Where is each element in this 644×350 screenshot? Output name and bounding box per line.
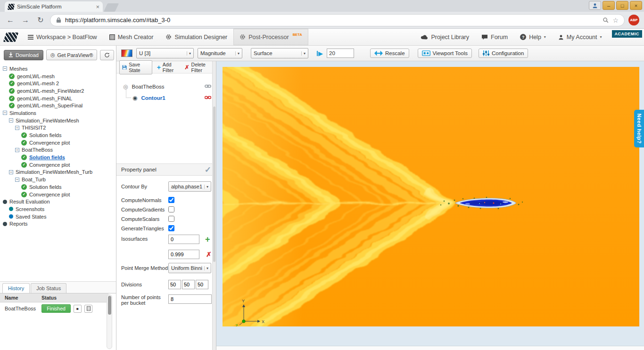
add-isosurface-button[interactable]: + [205,235,210,244]
divisions-z-input[interactable] [196,280,208,289]
tree-item[interactable]: −Simulation_FineWaterMesh [0,117,116,124]
collapse-minus-icon[interactable]: − [3,66,7,71]
points-per-bucket-input[interactable] [168,294,212,304]
adblock-badge[interactable]: ABP [628,15,639,25]
collapse-minus-icon[interactable]: − [9,170,13,174]
save-state-button[interactable]: Save State [119,60,152,74]
colormap-icon[interactable] [121,49,132,57]
url-bar[interactable]: https://platform.simscale.com/#tab_3-0 ☆ [50,14,625,26]
tree-item[interactable]: ✓geomLWL-mesh_FineWater2 [0,87,116,95]
stop-job-button[interactable]: ■ [74,305,82,313]
search-icon[interactable] [603,17,609,23]
render-view[interactable]: Y X Z [223,67,639,326]
nav-forum[interactable]: Forum [475,29,514,45]
unlink-icon[interactable] [205,95,211,101]
tree-item[interactable]: ✓geomLWL-mesh_FINAL [0,95,116,102]
contour-by-select[interactable]: alpha.phase1 ▾ [168,181,211,192]
configuration-button[interactable]: Configuration [479,49,528,58]
apply-button[interactable]: ✓ [205,165,211,175]
nav-my-account[interactable]: My Account ▾ [552,29,608,45]
maximize-icon[interactable]: □ [616,1,628,10]
computenormals-checkbox[interactable] [168,197,174,203]
tree-item[interactable]: Reports [0,220,116,228]
delete-filter-button[interactable]: ✗ Delete Filter [185,62,213,73]
refresh-button[interactable] [100,50,114,60]
filter-panel-scrollbar[interactable] [212,61,216,350]
tree-item[interactable]: ✓Convergence plot [0,161,116,169]
nav-help[interactable]: ? Help ▾ [514,29,552,45]
new-tab-button[interactable] [104,3,119,12]
isosurface-value-input[interactable] [168,250,199,259]
collapse-minus-icon[interactable]: − [9,118,13,122]
tree-item[interactable]: −Boat_Turb [0,176,116,183]
link-icon[interactable] [205,84,211,90]
tree-item[interactable]: −BoatTheBoss [0,147,116,154]
tree-item[interactable]: Screenshots [0,205,116,213]
job-log-button[interactable] [84,305,92,313]
rescale-button[interactable]: Rescale [370,49,409,58]
computescalars-checkbox[interactable] [168,216,174,222]
remove-isosurface-button[interactable]: ✗ [206,251,212,258]
tree-item[interactable]: ✓Convergence plot [0,191,116,198]
browser-tab[interactable]: SimScale Platform × [5,1,103,12]
field-select[interactable]: U [3] ▾ [136,48,194,58]
get-paraview-button[interactable]: ◎ Get ParaView® [46,49,97,60]
play-button[interactable]: ▶ [317,50,323,57]
minimize-icon[interactable]: – [603,1,615,10]
tab-history[interactable]: History [2,283,30,293]
visibility-eye-icon[interactable]: ◉ [132,95,137,101]
tree-item[interactable]: ✓Convergence plot [0,139,116,147]
tree-item[interactable]: −THISISIT2 [0,124,116,132]
close-icon[interactable]: × [630,1,642,10]
computegradients-checkbox[interactable] [168,206,174,212]
nav-mesh-creator[interactable]: Mesh Creator [103,29,160,45]
simscale-logo[interactable] [0,29,22,45]
isosurface-value-input[interactable] [168,235,199,244]
collapse-minus-icon[interactable]: − [15,178,19,182]
tree-item[interactable]: Saved States [0,213,116,220]
scrollbar-thumb[interactable] [108,296,111,315]
tree-item[interactable]: −Simulations [0,109,116,117]
tree-item-label: Meshes [9,66,28,72]
generatetriangles-checkbox[interactable] [168,225,174,231]
tree-item[interactable]: ✓geomLWL-mesh_SuperFinal [0,102,116,109]
pipeline-item[interactable]: ◎ BoatTheBoss [116,81,216,92]
nav-post-processor[interactable]: Post-Processor BETA [233,29,308,45]
url-text[interactable]: https://platform.simscale.com/#tab_3-0 [65,16,599,24]
reload-icon[interactable]: ↻ [35,16,46,24]
job-scrollbar[interactable] [107,294,112,349]
browser-profile-button[interactable] [589,1,601,10]
close-tab-icon[interactable]: × [96,3,99,10]
frame-input[interactable] [327,49,354,58]
tree-item[interactable]: Result Evaluation [0,198,116,205]
tree-item[interactable]: ✓geomLWL-mesh [0,73,116,80]
collapse-minus-icon[interactable]: − [15,126,19,130]
need-help-tab[interactable]: Need help? [634,110,644,147]
component-select[interactable]: Magnitude ▾ [198,48,242,58]
scrollbar-thumb[interactable] [213,106,215,262]
add-filter-button[interactable]: + Add Filter [157,62,180,73]
back-icon[interactable]: ← [5,16,16,24]
tree-item[interactable]: ✓geomLWL-mesh 2 [0,80,116,87]
divisions-y-input[interactable] [182,280,195,289]
nav-workspace[interactable]: Workspace > BoatFlow [22,29,103,45]
collapse-minus-icon[interactable]: − [15,148,19,152]
table-row[interactable]: BoatTheBoss Finished ■ [0,302,108,315]
point-merge-select[interactable]: Uniform Binni ▾ [168,263,211,273]
forward-icon[interactable]: → [20,16,31,24]
tree-item[interactable]: ✓Solution fields [0,131,116,139]
tree-item[interactable]: ✓Solution fields [0,154,116,161]
divisions-x-input[interactable] [168,280,181,289]
bookmark-star-icon[interactable]: ☆ [612,16,619,24]
nav-simulation-designer[interactable]: Simulation Designer [159,29,233,45]
tree-item[interactable]: −Simulation_FineWaterMesh_Turb [0,169,116,176]
tree-item[interactable]: ✓Solution fields [0,183,116,191]
viewport-tools-button[interactable]: Viewport Tools [418,49,472,58]
collapse-minus-icon[interactable]: − [3,111,7,115]
tab-job-status[interactable]: Job Status [31,283,66,293]
tree-item[interactable]: −Meshes [0,65,116,73]
download-button[interactable]: Download [4,50,43,60]
representation-select[interactable]: Surface ▾ [251,48,308,58]
nav-project-library[interactable]: Project Library [414,29,475,45]
pipeline-item[interactable]: ◉ Contour1 [116,92,216,104]
